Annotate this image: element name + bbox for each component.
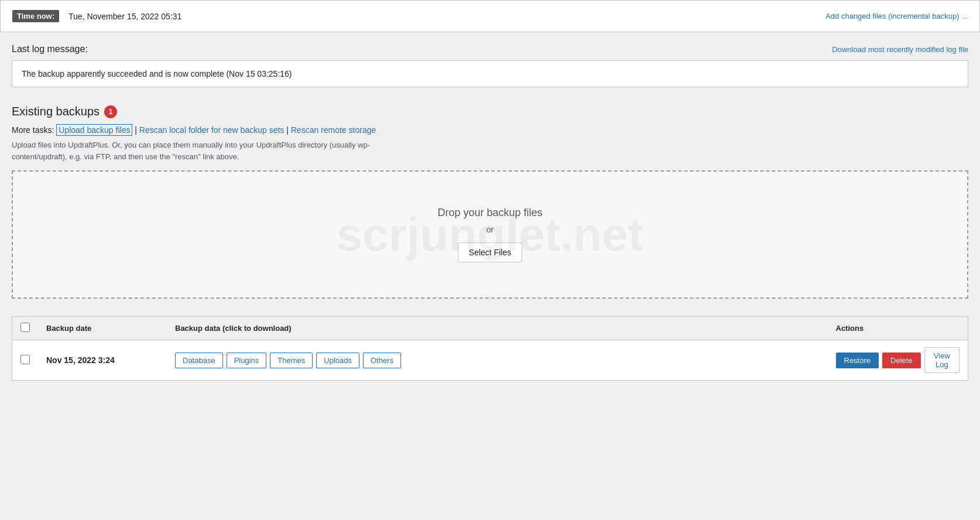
backups-count-badge: 1 [104, 105, 117, 118]
drop-zone-text: Drop your backup files [25, 207, 955, 219]
more-tasks-row: More tasks: Upload backup files | Rescan… [12, 125, 968, 135]
backup-data-button-themes[interactable]: Themes [270, 353, 313, 368]
col-header-date: Backup date [38, 317, 167, 340]
time-label: Time now: [12, 10, 59, 22]
download-log-link[interactable]: Download most recently modified log file [832, 45, 968, 54]
backup-data-buttons: DatabasePluginsThemesUploadsOthers [175, 353, 820, 368]
backup-table: Backup date Backup data (click to downlo… [12, 316, 968, 381]
last-log-title: Last log message: [12, 44, 88, 54]
time-value: Tue, November 15, 2022 05:31 [68, 12, 181, 21]
backup-data-button-plugins[interactable]: Plugins [227, 353, 267, 368]
existing-backups-title: Existing backups [12, 105, 100, 118]
table-header: Backup date Backup data (click to downlo… [12, 317, 968, 340]
backup-data-button-others[interactable]: Others [363, 353, 401, 368]
actions-cell: RestoreDeleteView Log [828, 340, 968, 381]
table-body: Nov 15, 2022 3:24DatabasePluginsThemesUp… [12, 340, 968, 381]
backup-data-button-database[interactable]: Database [175, 353, 223, 368]
last-log-section: Last log message: Download most recently… [0, 44, 980, 87]
delete-button[interactable]: Delete [882, 353, 921, 368]
restore-button[interactable]: Restore [836, 353, 879, 368]
page-wrapper: Time now: Tue, November 15, 2022 05:31 A… [0, 0, 980, 520]
view-log-button[interactable]: View Log [924, 347, 960, 373]
top-section: Time now: Tue, November 15, 2022 05:31 A… [0, 0, 980, 32]
existing-backups-header: Existing backups 1 [12, 105, 968, 118]
last-log-header: Last log message: Download most recently… [12, 44, 968, 54]
col-header-data: Backup data (click to download) [167, 317, 828, 340]
log-message-text: The backup apparently succeeded and is n… [22, 69, 292, 78]
incremental-backup-link[interactable]: Add changed files (incremental backup) .… [825, 12, 968, 20]
upload-info-text: Upload files into UpdraftPlus. Or, you c… [12, 139, 422, 162]
drop-zone[interactable]: scrjunglet.net Drop your backup files or… [12, 170, 968, 299]
separator-1: | [135, 125, 139, 135]
action-buttons: RestoreDeleteView Log [836, 347, 960, 373]
rescan-remote-link[interactable]: Rescan remote storage [291, 125, 376, 135]
backup-date-cell: Nov 15, 2022 3:24 [38, 340, 167, 381]
backup-data-button-uploads[interactable]: Uploads [316, 353, 359, 368]
separator-2: | [286, 125, 291, 135]
select-files-button[interactable]: Select Files [458, 242, 522, 262]
row-checkbox-cell [12, 340, 39, 381]
col-header-actions: Actions [828, 317, 968, 340]
upload-backup-files-link[interactable]: Upload backup files [56, 124, 132, 136]
backup-data-cell: DatabasePluginsThemesUploadsOthers [167, 340, 828, 381]
select-all-checkbox[interactable] [20, 323, 30, 332]
log-message-box: The backup apparently succeeded and is n… [12, 60, 968, 87]
backup-date: Nov 15, 2022 3:24 [46, 355, 115, 365]
table-row: Nov 15, 2022 3:24DatabasePluginsThemesUp… [12, 340, 968, 381]
row-checkbox[interactable] [20, 355, 30, 364]
rescan-local-link[interactable]: Rescan local folder for new backup sets [139, 125, 284, 135]
drop-zone-or: or [25, 225, 955, 234]
more-tasks-label: More tasks: [12, 125, 54, 135]
existing-backups-section: Existing backups 1 More tasks: Upload ba… [0, 105, 980, 381]
col-header-checkbox [12, 317, 39, 340]
